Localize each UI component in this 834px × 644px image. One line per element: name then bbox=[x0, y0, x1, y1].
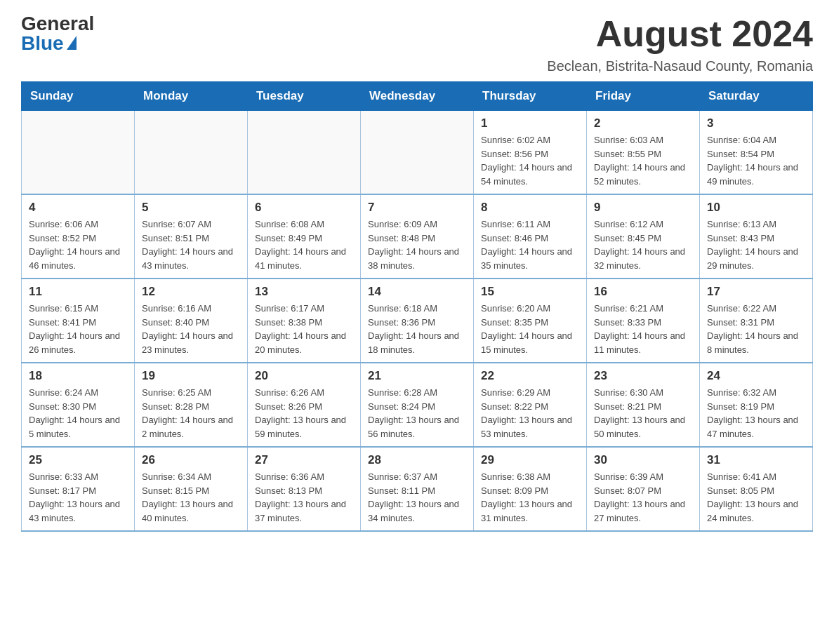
calendar-body: 1Sunrise: 6:02 AMSunset: 8:56 PMDaylight… bbox=[22, 111, 813, 532]
calendar-cell: 9Sunrise: 6:12 AMSunset: 8:45 PMDaylight… bbox=[587, 194, 700, 279]
col-tuesday: Tuesday bbox=[248, 82, 361, 111]
calendar-cell bbox=[135, 111, 248, 195]
day-number: 12 bbox=[142, 285, 240, 299]
day-info: Sunrise: 6:29 AMSunset: 8:22 PMDaylight:… bbox=[481, 386, 579, 441]
day-info: Sunrise: 6:36 AMSunset: 8:13 PMDaylight:… bbox=[255, 470, 353, 525]
day-info: Sunrise: 6:28 AMSunset: 8:24 PMDaylight:… bbox=[368, 386, 466, 441]
logo: General Blue bbox=[21, 14, 94, 53]
calendar-cell: 23Sunrise: 6:30 AMSunset: 8:21 PMDayligh… bbox=[587, 363, 700, 447]
day-number: 11 bbox=[29, 285, 127, 299]
day-info: Sunrise: 6:22 AMSunset: 8:31 PMDaylight:… bbox=[707, 302, 805, 356]
day-info: Sunrise: 6:38 AMSunset: 8:09 PMDaylight:… bbox=[481, 470, 579, 525]
header-row: Sunday Monday Tuesday Wednesday Thursday… bbox=[22, 82, 813, 111]
calendar-cell: 28Sunrise: 6:37 AMSunset: 8:11 PMDayligh… bbox=[361, 447, 474, 531]
day-number: 30 bbox=[594, 453, 692, 467]
col-thursday: Thursday bbox=[474, 82, 587, 111]
day-info: Sunrise: 6:37 AMSunset: 8:11 PMDaylight:… bbox=[368, 470, 466, 525]
day-info: Sunrise: 6:02 AMSunset: 8:56 PMDaylight:… bbox=[481, 133, 579, 188]
day-info: Sunrise: 6:20 AMSunset: 8:35 PMDaylight:… bbox=[481, 302, 579, 356]
calendar-cell: 15Sunrise: 6:20 AMSunset: 8:35 PMDayligh… bbox=[474, 279, 587, 363]
calendar-cell bbox=[22, 111, 135, 195]
calendar-week-3: 11Sunrise: 6:15 AMSunset: 8:41 PMDayligh… bbox=[22, 279, 813, 363]
day-info: Sunrise: 6:34 AMSunset: 8:15 PMDaylight:… bbox=[142, 470, 240, 525]
day-number: 6 bbox=[255, 201, 353, 215]
logo-triangle-icon bbox=[67, 36, 77, 50]
day-info: Sunrise: 6:24 AMSunset: 8:30 PMDaylight:… bbox=[29, 386, 127, 441]
calendar-header: Sunday Monday Tuesday Wednesday Thursday… bbox=[22, 82, 813, 111]
day-info: Sunrise: 6:04 AMSunset: 8:54 PMDaylight:… bbox=[707, 133, 805, 188]
day-number: 29 bbox=[481, 453, 579, 467]
calendar-cell: 24Sunrise: 6:32 AMSunset: 8:19 PMDayligh… bbox=[700, 363, 813, 447]
day-number: 14 bbox=[368, 285, 466, 299]
day-number: 19 bbox=[142, 369, 240, 383]
col-sunday: Sunday bbox=[22, 82, 135, 111]
day-info: Sunrise: 6:39 AMSunset: 8:07 PMDaylight:… bbox=[594, 470, 692, 525]
day-info: Sunrise: 6:13 AMSunset: 8:43 PMDaylight:… bbox=[707, 217, 805, 272]
day-number: 25 bbox=[29, 453, 127, 467]
day-info: Sunrise: 6:30 AMSunset: 8:21 PMDaylight:… bbox=[594, 386, 692, 441]
header: General Blue August 2024 Beclean, Bistri… bbox=[21, 14, 813, 74]
day-info: Sunrise: 6:06 AMSunset: 8:52 PMDaylight:… bbox=[29, 217, 127, 272]
calendar-cell: 7Sunrise: 6:09 AMSunset: 8:48 PMDaylight… bbox=[361, 194, 474, 279]
day-number: 7 bbox=[368, 201, 466, 215]
day-number: 22 bbox=[481, 369, 579, 383]
day-number: 8 bbox=[481, 201, 579, 215]
calendar-cell: 18Sunrise: 6:24 AMSunset: 8:30 PMDayligh… bbox=[22, 363, 135, 447]
calendar-cell: 16Sunrise: 6:21 AMSunset: 8:33 PMDayligh… bbox=[587, 279, 700, 363]
col-saturday: Saturday bbox=[700, 82, 813, 111]
day-info: Sunrise: 6:07 AMSunset: 8:51 PMDaylight:… bbox=[142, 217, 240, 272]
day-number: 9 bbox=[594, 201, 692, 215]
calendar-cell: 25Sunrise: 6:33 AMSunset: 8:17 PMDayligh… bbox=[22, 447, 135, 531]
day-info: Sunrise: 6:26 AMSunset: 8:26 PMDaylight:… bbox=[255, 386, 353, 441]
calendar-cell bbox=[248, 111, 361, 195]
col-monday: Monday bbox=[135, 82, 248, 111]
col-wednesday: Wednesday bbox=[361, 82, 474, 111]
col-friday: Friday bbox=[587, 82, 700, 111]
calendar-cell: 2Sunrise: 6:03 AMSunset: 8:55 PMDaylight… bbox=[587, 111, 700, 195]
day-number: 3 bbox=[707, 116, 805, 130]
calendar-cell: 1Sunrise: 6:02 AMSunset: 8:56 PMDaylight… bbox=[474, 111, 587, 195]
day-number: 18 bbox=[29, 369, 127, 383]
calendar-cell: 20Sunrise: 6:26 AMSunset: 8:26 PMDayligh… bbox=[248, 363, 361, 447]
day-number: 24 bbox=[707, 369, 805, 383]
calendar-cell: 31Sunrise: 6:41 AMSunset: 8:05 PMDayligh… bbox=[700, 447, 813, 531]
calendar-cell: 14Sunrise: 6:18 AMSunset: 8:36 PMDayligh… bbox=[361, 279, 474, 363]
day-number: 31 bbox=[707, 453, 805, 467]
calendar-cell: 10Sunrise: 6:13 AMSunset: 8:43 PMDayligh… bbox=[700, 194, 813, 279]
day-number: 21 bbox=[368, 369, 466, 383]
day-info: Sunrise: 6:41 AMSunset: 8:05 PMDaylight:… bbox=[707, 470, 805, 525]
day-info: Sunrise: 6:17 AMSunset: 8:38 PMDaylight:… bbox=[255, 302, 353, 356]
day-number: 13 bbox=[255, 285, 353, 299]
day-info: Sunrise: 6:21 AMSunset: 8:33 PMDaylight:… bbox=[594, 302, 692, 356]
day-info: Sunrise: 6:16 AMSunset: 8:40 PMDaylight:… bbox=[142, 302, 240, 356]
day-number: 16 bbox=[594, 285, 692, 299]
calendar-cell: 8Sunrise: 6:11 AMSunset: 8:46 PMDaylight… bbox=[474, 194, 587, 279]
day-number: 5 bbox=[142, 201, 240, 215]
calendar-cell: 22Sunrise: 6:29 AMSunset: 8:22 PMDayligh… bbox=[474, 363, 587, 447]
calendar-cell: 11Sunrise: 6:15 AMSunset: 8:41 PMDayligh… bbox=[22, 279, 135, 363]
calendar-cell: 12Sunrise: 6:16 AMSunset: 8:40 PMDayligh… bbox=[135, 279, 248, 363]
day-info: Sunrise: 6:03 AMSunset: 8:55 PMDaylight:… bbox=[594, 133, 692, 188]
day-info: Sunrise: 6:33 AMSunset: 8:17 PMDaylight:… bbox=[29, 470, 127, 525]
day-number: 15 bbox=[481, 285, 579, 299]
logo-general-text: General bbox=[21, 14, 94, 34]
day-number: 1 bbox=[481, 116, 579, 130]
calendar-cell: 5Sunrise: 6:07 AMSunset: 8:51 PMDaylight… bbox=[135, 194, 248, 279]
day-number: 27 bbox=[255, 453, 353, 467]
calendar-cell: 4Sunrise: 6:06 AMSunset: 8:52 PMDaylight… bbox=[22, 194, 135, 279]
calendar-cell: 13Sunrise: 6:17 AMSunset: 8:38 PMDayligh… bbox=[248, 279, 361, 363]
logo-blue-text: Blue bbox=[21, 34, 77, 53]
day-info: Sunrise: 6:08 AMSunset: 8:49 PMDaylight:… bbox=[255, 217, 353, 272]
calendar-cell: 19Sunrise: 6:25 AMSunset: 8:28 PMDayligh… bbox=[135, 363, 248, 447]
calendar: Sunday Monday Tuesday Wednesday Thursday… bbox=[21, 81, 813, 532]
calendar-cell: 17Sunrise: 6:22 AMSunset: 8:31 PMDayligh… bbox=[700, 279, 813, 363]
day-number: 28 bbox=[368, 453, 466, 467]
day-number: 17 bbox=[707, 285, 805, 299]
day-number: 20 bbox=[255, 369, 353, 383]
calendar-cell: 26Sunrise: 6:34 AMSunset: 8:15 PMDayligh… bbox=[135, 447, 248, 531]
day-info: Sunrise: 6:25 AMSunset: 8:28 PMDaylight:… bbox=[142, 386, 240, 441]
calendar-cell: 29Sunrise: 6:38 AMSunset: 8:09 PMDayligh… bbox=[474, 447, 587, 531]
title-area: August 2024 Beclean, Bistrita-Nasaud Cou… bbox=[547, 14, 813, 74]
day-info: Sunrise: 6:12 AMSunset: 8:45 PMDaylight:… bbox=[594, 217, 692, 272]
day-info: Sunrise: 6:09 AMSunset: 8:48 PMDaylight:… bbox=[368, 217, 466, 272]
